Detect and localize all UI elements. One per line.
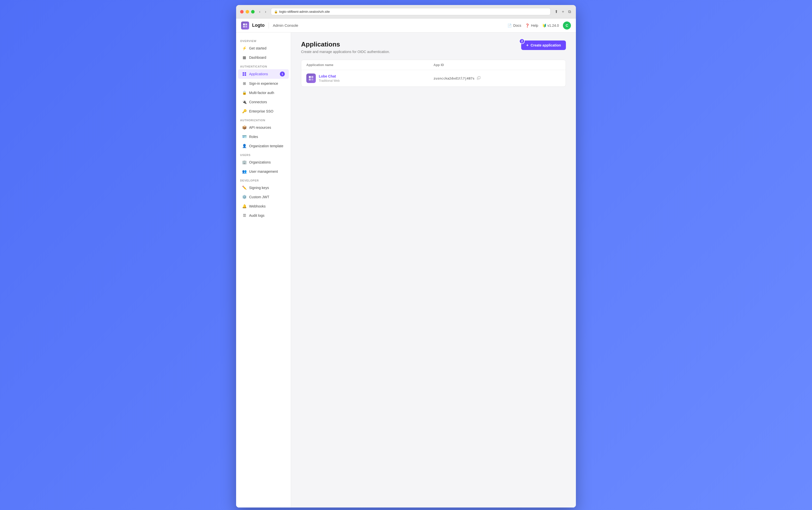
back-button[interactable]: ‹ bbox=[258, 9, 262, 15]
roles-icon: 🪪 bbox=[242, 135, 247, 139]
svg-rect-0 bbox=[243, 24, 245, 25]
sidebar-item-api-resources[interactable]: 📦 API resources bbox=[238, 123, 289, 132]
new-tab-button[interactable]: + bbox=[561, 8, 565, 15]
forward-button[interactable]: › bbox=[263, 9, 268, 15]
sidebar-item-multi-factor-auth[interactable]: 🔒 Multi-factor auth bbox=[238, 88, 289, 97]
app-type: Traditional Web bbox=[319, 79, 339, 83]
enterprise-sso-icon: 🔑 bbox=[242, 109, 247, 113]
sidebar-item-enterprise-sso[interactable]: 🔑 Enterprise SSO bbox=[238, 107, 289, 116]
create-btn-label: Create application bbox=[531, 43, 561, 47]
address-bar[interactable]: 🔒 logto-sttfbwni-admin.sealoshzh.site bbox=[271, 8, 551, 15]
sidebar-item-get-started[interactable]: ⚡ Get started bbox=[238, 44, 289, 53]
svg-rect-12 bbox=[478, 77, 480, 79]
topbar: Logto Admin Console 📄 Docs ❓ Help 🔰 v1.2… bbox=[236, 19, 576, 32]
main-content: Applications Create and manage applicati… bbox=[291, 32, 576, 508]
authorization-section-label: AUTHORIZATION bbox=[236, 117, 291, 123]
dashboard-icon: ▦ bbox=[242, 55, 247, 60]
sidebar-item-applications[interactable]: Applications 1 bbox=[238, 69, 289, 79]
connectors-icon: 🔌 bbox=[242, 100, 247, 104]
close-button[interactable] bbox=[240, 10, 244, 13]
docs-link[interactable]: 📄 Docs bbox=[507, 24, 521, 28]
svg-rect-9 bbox=[311, 76, 313, 78]
url-text: logto-sttfbwni-admin.sealoshzh.site bbox=[279, 10, 330, 13]
copy-app-id-button[interactable] bbox=[477, 76, 481, 81]
sidebar-item-connectors[interactable]: 🔌 Connectors bbox=[238, 97, 289, 107]
create-btn-icon: + bbox=[526, 43, 529, 48]
app-id-cell: zusnccka2dvd1tl7j487s bbox=[433, 76, 561, 81]
logo-mark bbox=[241, 22, 249, 29]
organizations-icon: 🏢 bbox=[242, 160, 247, 165]
app-icon bbox=[306, 74, 316, 83]
applications-icon bbox=[242, 72, 247, 76]
console-label: Admin Console bbox=[273, 23, 298, 28]
version-icon: 🔰 bbox=[542, 24, 546, 28]
col-header-app-name: Application name bbox=[306, 63, 433, 67]
brand-name: Logto bbox=[252, 23, 265, 28]
signing-keys-icon: ✏️ bbox=[242, 186, 247, 190]
user-avatar[interactable]: C bbox=[563, 22, 571, 29]
webhooks-icon: 🔔 bbox=[242, 204, 247, 208]
share-button[interactable]: ⬆ bbox=[554, 8, 559, 15]
sidebar-item-roles[interactable]: 🪪 Roles bbox=[238, 132, 289, 141]
sidebar-item-dashboard[interactable]: ▦ Dashboard bbox=[238, 53, 289, 62]
svg-rect-1 bbox=[245, 24, 247, 25]
maximize-button[interactable] bbox=[251, 10, 254, 13]
api-resources-icon: 📦 bbox=[242, 125, 247, 130]
sidebar-item-sign-in-experience[interactable]: ⊞ Sign-in experience bbox=[238, 79, 289, 88]
svg-rect-4 bbox=[243, 72, 244, 74]
lock-icon: 🔒 bbox=[274, 10, 278, 13]
topbar-divider bbox=[269, 23, 269, 28]
minimize-button[interactable] bbox=[246, 10, 249, 13]
sidebar: OVERVIEW ⚡ Get started ▦ Dashboard AUTHE… bbox=[236, 32, 291, 508]
sign-in-experience-icon: ⊞ bbox=[242, 81, 247, 86]
table-row: Lobe Chat Traditional Web zusnccka2dvd1t… bbox=[301, 70, 566, 86]
multi-factor-auth-icon: 🔒 bbox=[242, 90, 247, 95]
sidebar-item-webhooks[interactable]: 🔔 Webhooks bbox=[238, 202, 289, 211]
sidebar-item-organization-template[interactable]: 👤 Organization template bbox=[238, 142, 289, 150]
authentication-section-label: AUTHENTICATION bbox=[236, 63, 291, 69]
app-info: Lobe Chat Traditional Web bbox=[319, 74, 339, 83]
get-started-icon: ⚡ bbox=[242, 46, 247, 51]
svg-rect-6 bbox=[243, 74, 244, 76]
col-header-app-id: App ID bbox=[433, 63, 561, 67]
create-btn-badge: 2 bbox=[519, 38, 525, 44]
svg-rect-5 bbox=[245, 72, 246, 74]
sidebar-item-user-management[interactable]: 👥 User management bbox=[238, 167, 289, 176]
svg-rect-2 bbox=[243, 26, 245, 28]
tabs-button[interactable]: ⧉ bbox=[567, 8, 572, 15]
sidebar-item-organizations[interactable]: 🏢 Organizations bbox=[238, 158, 289, 167]
table-header: Application name App ID bbox=[301, 60, 566, 70]
sidebar-item-audit-logs[interactable]: ☰ Audit logs bbox=[238, 211, 289, 220]
traffic-lights bbox=[240, 10, 254, 13]
organization-template-icon: 👤 bbox=[242, 144, 247, 148]
svg-rect-7 bbox=[245, 74, 246, 76]
svg-rect-8 bbox=[309, 76, 311, 78]
help-icon: ❓ bbox=[525, 24, 530, 28]
app-id-value: zusnccka2dvd1tl7j487s bbox=[433, 77, 475, 80]
help-link[interactable]: ❓ Help bbox=[525, 24, 538, 28]
users-section-label: USERS bbox=[236, 151, 291, 158]
page-header: Applications Create and manage applicati… bbox=[301, 40, 566, 54]
app-name-cell: Lobe Chat Traditional Web bbox=[306, 74, 433, 83]
user-management-icon: 👥 bbox=[242, 169, 247, 174]
developer-section-label: DEVELOPER bbox=[236, 177, 291, 183]
svg-rect-3 bbox=[245, 26, 247, 28]
sidebar-item-signing-keys[interactable]: ✏️ Signing keys bbox=[238, 183, 289, 192]
svg-rect-10 bbox=[309, 79, 311, 81]
audit-logs-icon: ☰ bbox=[242, 213, 247, 218]
applications-badge: 1 bbox=[280, 72, 285, 77]
create-application-button[interactable]: 2 + Create application bbox=[521, 40, 566, 50]
docs-icon: 📄 bbox=[507, 24, 512, 28]
applications-table: Application name App ID bbox=[301, 60, 566, 87]
sidebar-item-custom-jwt[interactable]: ⚙️ Custom JWT bbox=[238, 193, 289, 201]
page-title: Applications bbox=[301, 40, 390, 48]
svg-rect-11 bbox=[311, 79, 313, 81]
version-badge: 🔰 v1.24.0 bbox=[542, 24, 559, 28]
app-name-link[interactable]: Lobe Chat bbox=[319, 74, 336, 78]
overview-section-label: OVERVIEW bbox=[236, 37, 291, 44]
page-subtitle: Create and manage applications for OIDC … bbox=[301, 50, 390, 54]
custom-jwt-icon: ⚙️ bbox=[242, 195, 247, 199]
